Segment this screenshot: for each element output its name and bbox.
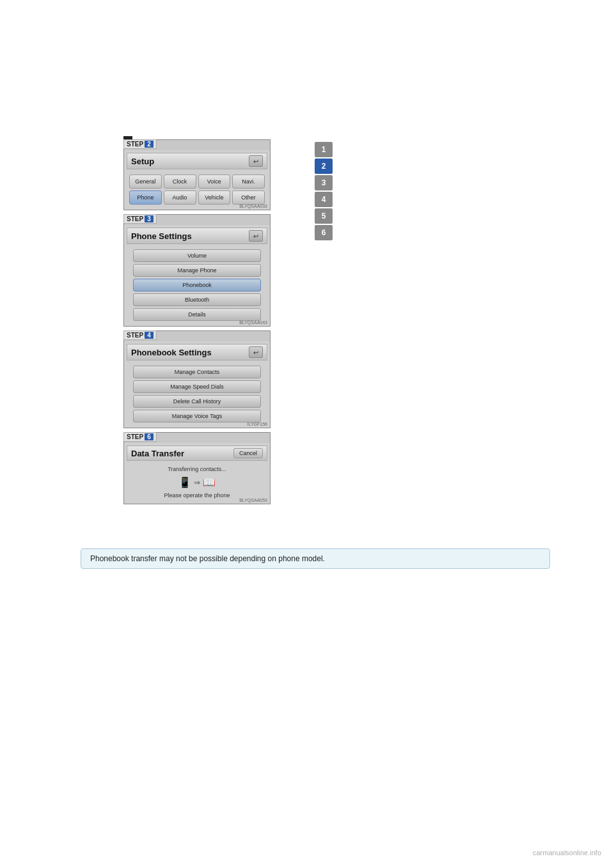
arrow-icon: ⇒ <box>194 478 200 487</box>
side-navigation: 1 2 3 4 5 6 <box>315 142 333 240</box>
phone-settings-back-button[interactable]: ↩ <box>249 230 263 242</box>
transferring-text: Transferring contacts... <box>130 466 264 472</box>
data-transfer-screen: STEP 6 Data Transfer Cancel Transferring… <box>123 432 271 504</box>
sidebar-item-1[interactable]: 1 <box>315 142 333 157</box>
bluetooth-button[interactable]: Bluetooth <box>133 293 261 306</box>
data-transfer-title: Data Transfer <box>131 449 184 458</box>
phonebook-settings-back-button[interactable]: ↩ <box>249 346 263 358</box>
note-text: Phonebook transfer may not be possible d… <box>90 554 325 563</box>
data-transfer-image-code: BLYQSAA053 <box>239 498 267 502</box>
data-transfer-body: Transferring contacts... 📱 ⇒ 📖 Please op… <box>127 463 267 501</box>
manage-speed-dials-button[interactable]: Manage Speed Dials <box>133 380 261 393</box>
data-transfer-header: Data Transfer Cancel <box>127 446 267 461</box>
phone-button[interactable]: Phone <box>129 190 162 205</box>
navi-button[interactable]: Navi. <box>232 174 265 189</box>
general-button[interactable]: General <box>129 174 162 189</box>
phone-settings-image-code: BLYQSAA043 <box>239 320 267 325</box>
step4-label: STEP 4 <box>123 330 157 340</box>
setup-image-code: BLYQSAA033 <box>239 204 267 208</box>
screens-area: STEP 2 Setup ↩ General Clock Voice Navi.… <box>123 139 271 508</box>
page: 1 2 3 4 5 6 STEP 2 Setup <box>0 0 614 868</box>
phonebook-settings-title: Phonebook Settings <box>131 348 212 357</box>
phone-settings-screen-inner: Phone Settings ↩ Volume Manage Phone Pho… <box>124 225 270 326</box>
setup-screen: STEP 2 Setup ↩ General Clock Voice Navi.… <box>123 139 271 210</box>
phonebook-settings-header: Phonebook Settings ↩ <box>127 344 267 360</box>
phonebook-settings-screen: STEP 4 Phonebook Settings ↩ Manage Conta… <box>123 330 271 428</box>
book-icon: 📖 <box>203 476 216 488</box>
setup-back-button[interactable]: ↩ <box>249 155 263 167</box>
sidebar-item-3[interactable]: 3 <box>315 175 333 190</box>
top-area <box>0 0 614 134</box>
voice-button[interactable]: Voice <box>198 174 231 189</box>
manage-phone-button[interactable]: Manage Phone <box>133 264 261 277</box>
sidebar-item-2[interactable]: 2 <box>315 159 333 174</box>
note-box: Phonebook transfer may not be possible d… <box>81 548 550 569</box>
phonebook-settings-list: Manage Contacts Manage Speed Dials Delet… <box>127 363 267 425</box>
details-button[interactable]: Details <box>133 308 261 321</box>
sidebar-item-6[interactable]: 6 <box>315 225 333 240</box>
step3-label: STEP 3 <box>123 214 157 224</box>
audio-button[interactable]: Audio <box>164 190 196 205</box>
phonebook-button[interactable]: Phonebook <box>133 279 261 291</box>
other-button[interactable]: Other <box>232 190 265 205</box>
phone-settings-header: Phone Settings ↩ <box>127 228 267 244</box>
manage-voice-tags-button[interactable]: Manage Voice Tags <box>133 410 261 422</box>
phone-settings-title: Phone Settings <box>131 231 192 241</box>
phonebook-settings-image-code: ILYGF156 <box>248 422 267 426</box>
setup-title: Setup <box>131 157 154 166</box>
phone-settings-screen: STEP 3 Phone Settings ↩ Volume Manage Ph… <box>123 214 271 327</box>
clock-button[interactable]: Clock <box>164 174 196 189</box>
step6-label: STEP 6 <box>123 432 157 442</box>
watermark: carmanualsonline.info <box>533 849 601 856</box>
phonebook-settings-screen-inner: Phonebook Settings ↩ Manage Contacts Man… <box>124 341 270 428</box>
data-transfer-screen-inner: Data Transfer Cancel Transferring contac… <box>124 443 270 504</box>
step2-label: STEP 2 <box>123 139 157 149</box>
vehicle-button[interactable]: Vehicle <box>198 190 231 205</box>
setup-button-grid: General Clock Voice Navi. Phone Audio Ve… <box>127 172 267 207</box>
cancel-button[interactable]: Cancel <box>233 448 263 458</box>
setup-screen-inner: Setup ↩ General Clock Voice Navi. Phone … <box>124 150 270 210</box>
phone-settings-list: Volume Manage Phone Phonebook Bluetooth … <box>127 247 267 323</box>
phone-icon: 📱 <box>178 476 191 488</box>
setup-header: Setup ↩ <box>127 153 267 169</box>
transfer-icons: 📱 ⇒ 📖 <box>130 476 264 488</box>
sidebar-item-5[interactable]: 5 <box>315 208 333 224</box>
sidebar-item-4[interactable]: 4 <box>315 192 333 207</box>
manage-contacts-button[interactable]: Manage Contacts <box>133 366 261 378</box>
volume-button[interactable]: Volume <box>133 249 261 262</box>
delete-call-history-button[interactable]: Delete Call History <box>133 395 261 408</box>
